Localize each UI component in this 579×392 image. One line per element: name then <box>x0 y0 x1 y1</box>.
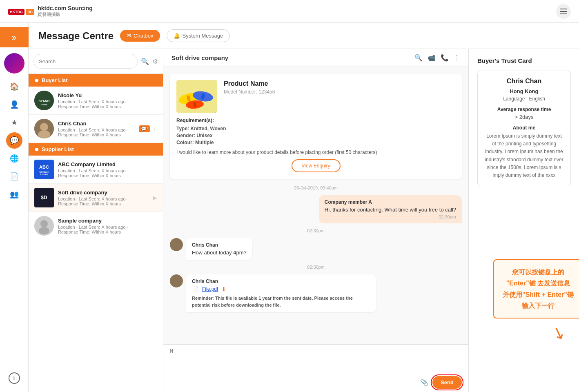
search-chat-icon[interactable]: 🔍 <box>414 54 423 62</box>
chat-title: Soft drive company <box>171 54 228 61</box>
page-title: Message Centre <box>38 30 114 42</box>
mail-icon: ✉ <box>127 33 131 39</box>
tooltip-text: 您可以按键盘上的"Enter"键 去发送信息并使用"Shift + Enter"… <box>501 267 576 311</box>
product-name: Product Name <box>224 80 455 87</box>
svg-text:ABC: ABC <box>39 165 49 169</box>
search-icon[interactable]: 🔍 <box>141 58 149 65</box>
chat-panel: Soft drive company 🔍 📹 📞 ⋮ <box>163 49 469 392</box>
tooltip-arrow-icon: ↘ <box>549 322 569 344</box>
info-button[interactable]: i <box>9 372 20 384</box>
logo-badge: HKTDC DC <box>8 8 34 14</box>
chat-input-area: 📎 Send <box>163 344 468 392</box>
timestamp-3: 02:30pm <box>170 265 462 270</box>
nicole-avatar: STAND HAPE <box>34 91 54 110</box>
avg-response-value: > 2days <box>484 114 564 120</box>
sidebar-item-group[interactable]: 👥 <box>6 186 22 203</box>
sidebar-item-user[interactable]: 👤 <box>6 96 22 113</box>
buyer-dot <box>35 79 38 82</box>
abc-info: ABC Company Limited Location · Last Seen… <box>58 161 157 178</box>
content-header: Message Centre ✉ Chatbox 🔔 System Messag… <box>29 23 579 49</box>
contact-item-softdrive[interactable]: $D Soft drive company Location · Last Se… <box>29 184 163 212</box>
svg-point-6 <box>34 160 54 179</box>
chris-actions: 💬! ⋮ <box>139 125 157 132</box>
more-icon[interactable]: ⋮ <box>454 54 460 62</box>
user-avatar[interactable] <box>4 53 24 74</box>
contact-item-chris-buyer[interactable]: Chris Chan Location · Last Seen: X hours… <box>29 115 163 143</box>
svg-point-13 <box>40 220 48 227</box>
softdrive-info: Soft drive company Location · Last Seen:… <box>58 189 149 206</box>
top-navbar: HKTDC DC hktdc.com Sourcing 貿發網採購 <box>0 0 579 23</box>
panels: 🔍 ⚙ Buyer List STAND HAPE <box>29 49 579 392</box>
svg-point-14 <box>39 227 49 234</box>
contact-item-abc[interactable]: ABC Company Limited ABC Company Limited … <box>29 156 163 184</box>
trust-name: Chris Chan <box>484 78 564 85</box>
trust-country: Hong Kong <box>484 88 564 94</box>
view-enquiry-button[interactable]: View Enquiry <box>292 159 341 172</box>
sidebar-item-star[interactable]: ★ <box>6 114 22 131</box>
search-input[interactable] <box>33 54 138 69</box>
main-layout: » 🏠 👤 ★ 💬 🌐 📄 👥 i Message Centre ✉ Chatb… <box>0 23 579 392</box>
requirements: Requirement(s): Type: Knitted, Woven Gen… <box>176 118 455 155</box>
svg-text:HAPE: HAPE <box>41 103 48 106</box>
more-options-icon[interactable]: ⋮ <box>151 125 157 132</box>
sidebar-item-home[interactable]: 🏠 <box>6 78 22 95</box>
product-card: Product Name Model Number: 123456 Requir… <box>170 74 462 179</box>
bubble-company-a: Company member A Hi, thanks for contacti… <box>170 195 462 223</box>
contact-item-sample[interactable]: Sample company Location · Last Seen: X h… <box>29 212 163 240</box>
logo-sub-text: 貿發網採購 <box>38 11 93 18</box>
bell-icon: 🔔 <box>174 33 180 39</box>
search-bar: 🔍 ⚙ <box>29 49 163 74</box>
sidebar-icons: » 🏠 👤 ★ 💬 🌐 📄 👥 i <box>0 23 29 392</box>
chris-buyer-info: Chris Chan Location · Last Seen: X hours… <box>58 120 135 137</box>
contact-item-nicole[interactable]: STAND HAPE Nicole Yu Location · Last See… <box>29 87 163 115</box>
sidebar-toggle-button[interactable]: » <box>0 27 29 47</box>
nicole-info: Nicole Yu Location · Last Seen: X hours … <box>58 92 157 109</box>
attach-icon[interactable]: 📎 <box>420 379 428 386</box>
contact-panel: 🔍 ⚙ Buyer List STAND HAPE <box>29 49 163 392</box>
sidebar-item-doc[interactable]: 📄 <box>6 168 22 185</box>
file-link[interactable]: File.pdf <box>202 286 218 292</box>
logo-main-text: hktdc.com Sourcing <box>38 5 93 11</box>
sidebar-item-chat[interactable]: 💬 <box>6 132 22 149</box>
trust-card: Chris Chan Hong Kong Language : English … <box>477 71 571 186</box>
svg-text:Limited: Limited <box>40 173 48 176</box>
trust-language: Language : English <box>484 96 564 102</box>
abc-avatar: ABC Company Limited <box>34 160 54 179</box>
chat-textarea[interactable] <box>170 348 462 372</box>
about-label: About me <box>484 125 564 131</box>
chat-header: Soft drive company 🔍 📹 📞 ⋮ <box>163 49 468 67</box>
sample-avatar <box>34 216 54 236</box>
svg-point-5 <box>38 130 50 138</box>
chris-chat-avatar-2 <box>170 274 183 287</box>
settings-icon[interactable]: ⚙ <box>152 58 158 65</box>
tab-system-button[interactable]: 🔔 System Message <box>167 29 230 42</box>
hamburger-button[interactable] <box>556 4 571 19</box>
sidebar-item-globe[interactable]: 🌐 <box>6 150 22 167</box>
bubble-chris-text: Chris Chan How about today 4pm? <box>170 238 462 260</box>
timestamp-2: 02:30pm <box>170 228 462 233</box>
message-badge: 💬! <box>139 125 150 132</box>
buyer-list-header: Buyer List <box>29 74 163 87</box>
expand-arrow-icon[interactable]: ▶ <box>153 194 157 201</box>
svg-text:$D: $D <box>41 195 47 200</box>
product-image <box>176 80 217 113</box>
supplier-dot <box>35 148 38 151</box>
chat-messages: Product Name Model Number: 123456 Requir… <box>163 67 468 344</box>
logo-area: HKTDC DC hktdc.com Sourcing 貿發網採購 <box>8 5 93 18</box>
avg-response-label: Average response time <box>484 107 564 112</box>
send-button[interactable]: Send <box>432 376 462 389</box>
chris-chat-avatar <box>170 238 183 251</box>
download-icon[interactable]: ⬇ <box>221 286 226 292</box>
timestamp-1: 26-Jul-2019, 09:40am <box>170 185 462 190</box>
hamburger-icon <box>560 9 567 14</box>
supplier-list-header: Supplier List <box>29 143 163 156</box>
chris-avatar <box>34 119 54 138</box>
file-attachment: 📄 File.pdf ⬇ <box>192 286 370 292</box>
video-icon[interactable]: 📹 <box>428 54 436 62</box>
phone-icon[interactable]: 📞 <box>441 54 449 62</box>
bubble-chris-file: Chris Chan 📄 File.pdf ⬇ Reminder: This f… <box>170 274 462 312</box>
softdrive-avatar: $D <box>34 188 54 207</box>
tab-chatbox-button[interactable]: ✉ Chatbox <box>120 30 160 42</box>
sample-info: Sample company Location · Last Seen: X h… <box>58 218 157 234</box>
about-text: Lorem Ipsum is simply dummy text of the … <box>484 132 564 179</box>
